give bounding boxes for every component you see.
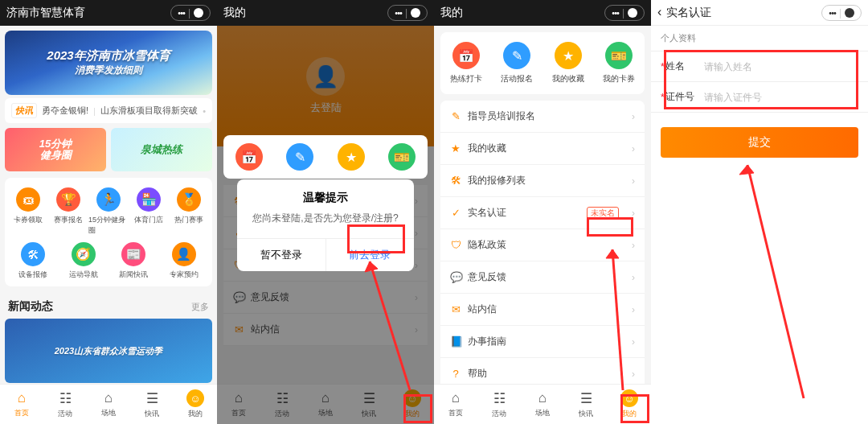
- modal-body: 您尚未登陆,是否先为您登录/注册?: [237, 208, 414, 238]
- chevron-icon: ›: [632, 304, 635, 315]
- grid-item[interactable]: 🏪体育门店: [129, 184, 169, 239]
- capsule-menu[interactable]: |: [387, 5, 428, 21]
- capsule-menu[interactable]: |: [170, 5, 211, 21]
- tab-label: 快讯: [579, 409, 593, 419]
- idnumber-input[interactable]: [704, 92, 858, 103]
- grid-label: 赛事报名: [54, 215, 83, 225]
- news-banner[interactable]: 2023山东省群众冰雪运动季: [5, 319, 212, 383]
- row-icon: ✉: [450, 303, 461, 315]
- row-label: 实名认证: [468, 206, 506, 220]
- modal-mask: 温馨提示 您尚未登陆,是否先为您登录/注册? 暂不登录 前去登录: [217, 26, 434, 424]
- news-ticker[interactable]: 快讯 勇夺金银铜! | 山东滑板项目取得新突破 •: [5, 98, 212, 123]
- tab-news[interactable]: ☰快讯: [130, 385, 174, 424]
- grid-label: 设备报修: [18, 270, 47, 280]
- tab-mine[interactable]: ☺我的: [608, 385, 651, 424]
- quick-item[interactable]: ✎活动报名: [492, 42, 543, 84]
- tab-home[interactable]: ⌂首页: [0, 385, 43, 424]
- quick-icon: 🎫: [605, 42, 633, 69]
- grid-label: 运动导航: [69, 270, 98, 280]
- tab-icon: ☺: [620, 389, 638, 407]
- chevron-icon: ›: [632, 368, 635, 380]
- modal-title: 温馨提示: [237, 179, 414, 208]
- card-quancheng[interactable]: 泉城热练: [111, 128, 212, 171]
- svg-line-4: [747, 165, 804, 398]
- row-label: 我的收藏: [468, 142, 506, 155]
- back-icon[interactable]: ‹: [657, 5, 661, 19]
- required-star: *: [661, 61, 665, 72]
- list-row[interactable]: 📘办事指南›: [440, 326, 645, 358]
- ticker-tag: 快讯: [11, 103, 37, 118]
- tab-label: 场地: [101, 408, 116, 418]
- hero-banner[interactable]: 2023年济南市冰雪体育 消费季发放细则: [5, 31, 212, 95]
- tab-icon: ⌂: [18, 390, 26, 406]
- tab-icon: ☺: [186, 389, 204, 407]
- tab-icon: ⌂: [104, 390, 113, 406]
- name-input[interactable]: [704, 61, 858, 72]
- row-icon: 📘: [450, 335, 461, 348]
- chevron-icon: ›: [632, 175, 635, 187]
- chevron-icon: ›: [632, 111, 635, 122]
- tab-icon: ☰: [146, 390, 158, 407]
- tab-label: 首页: [14, 408, 29, 418]
- more-link[interactable]: 更多: [191, 301, 209, 313]
- chevron-icon: ›: [632, 240, 635, 251]
- field-name[interactable]: * 姓名: [651, 51, 868, 82]
- field-idnumber[interactable]: * 证件号: [651, 82, 868, 113]
- card-fitness-15min[interactable]: 15分钟健身圈: [5, 128, 106, 171]
- list-row[interactable]: 🛠我的报修列表›: [440, 165, 645, 197]
- submit-button[interactable]: 提交: [661, 127, 858, 158]
- tab-activity[interactable]: ☷活动: [43, 385, 87, 424]
- quick-label: 我的收藏: [552, 73, 584, 84]
- row-icon: 💬: [450, 271, 461, 283]
- grid-label: 15分钟健身圈: [88, 215, 129, 236]
- tab-label: 快讯: [145, 409, 159, 419]
- section-title: 新闻动态: [8, 299, 53, 314]
- tab-activity[interactable]: ☷活动: [477, 385, 521, 424]
- quick-row: 📅热练打卡✎活动报名★我的收藏🎫我的卡券: [440, 32, 645, 94]
- grid-item[interactable]: 🏆赛事报名: [48, 184, 88, 239]
- quick-item[interactable]: ★我的收藏: [542, 42, 594, 84]
- grid-item[interactable]: 🧭运动导航: [59, 239, 109, 283]
- grid-item[interactable]: 🛠设备报修: [8, 239, 59, 283]
- list-row[interactable]: ✉站内信›: [440, 294, 645, 326]
- capsule-menu[interactable]: |: [604, 5, 645, 21]
- screen-mine: 我的 | 📅热练打卡✎活动报名★我的收藏🎫我的卡券 ✎指导员培训报名›★我的收藏…: [434, 0, 651, 424]
- quick-icon: 📅: [452, 42, 480, 69]
- grid-icon: 🧭: [72, 242, 96, 266]
- row-icon: ★: [450, 142, 461, 154]
- capsule-menu[interactable]: |: [821, 5, 862, 21]
- list-row[interactable]: ★我的收藏›: [440, 133, 645, 165]
- chevron-icon: ›: [632, 208, 635, 219]
- modal-confirm-button[interactable]: 前去登录: [326, 239, 415, 271]
- grid-item[interactable]: 🏅热门赛事: [169, 184, 209, 239]
- tab-label: 活动: [58, 409, 72, 419]
- chevron-icon: ›: [632, 143, 635, 154]
- quick-item[interactable]: 📅热练打卡: [440, 42, 492, 84]
- grid-item[interactable]: 🎟卡券领取: [8, 184, 48, 239]
- titlebar: 济南市智慧体育 |: [0, 0, 217, 26]
- tab-venue[interactable]: ⌂场地: [87, 385, 130, 424]
- row-label: 隐私政策: [468, 238, 506, 252]
- annotation-arrow: [715, 153, 812, 402]
- tab-label: 场地: [535, 408, 550, 418]
- grid-item[interactable]: 📰新闻快讯: [108, 239, 159, 283]
- modal-cancel-button[interactable]: 暂不登录: [237, 239, 326, 271]
- tab-icon: ☰: [580, 390, 592, 407]
- list-row[interactable]: 🛡隐私政策›: [440, 229, 645, 261]
- tab-venue[interactable]: ⌂场地: [521, 385, 564, 424]
- quick-item[interactable]: 🎫我的卡券: [594, 42, 645, 84]
- grid-item[interactable]: 🏃15分钟健身圈: [88, 184, 129, 239]
- row-icon: 🛡: [450, 239, 461, 251]
- list-row[interactable]: 💬意见反馈›: [440, 261, 645, 294]
- tab-home[interactable]: ⌂首页: [434, 385, 477, 424]
- list-row[interactable]: ✎指导员培训报名›: [440, 101, 645, 133]
- list-row[interactable]: ✓实名认证未实名›: [440, 197, 645, 229]
- row-icon: ✓: [450, 207, 461, 219]
- tab-icon: ☷: [493, 390, 506, 407]
- grid-item[interactable]: 👤专家预约: [159, 239, 210, 283]
- tab-mine[interactable]: ☺我的: [174, 385, 217, 424]
- feature-grid: 🎟卡券领取🏆赛事报名🏃15分钟健身圈🏪体育门店🏅热门赛事 🛠设备报修🧭运动导航📰…: [5, 178, 212, 286]
- tab-news[interactable]: ☰快讯: [564, 385, 608, 424]
- menu-list: ✎指导员培训报名›★我的收藏›🛠我的报修列表›✓实名认证未实名›🛡隐私政策›💬意…: [440, 101, 645, 390]
- grid-icon: 👤: [172, 242, 196, 266]
